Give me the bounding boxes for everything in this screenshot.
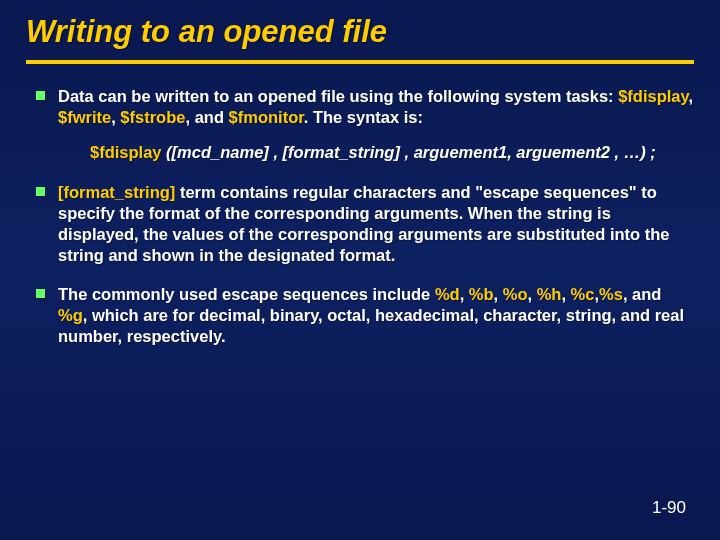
body-text: , — [494, 285, 503, 303]
body-text: The commonly used escape sequences inclu… — [58, 285, 435, 303]
escape-seq: %d — [435, 285, 460, 303]
body-text: , — [689, 87, 694, 105]
escape-seq: %c — [571, 285, 595, 303]
body-text: . The syntax is: — [304, 108, 423, 126]
slide-number: 1-90 — [652, 498, 686, 518]
escape-seq: %h — [537, 285, 562, 303]
task-name: $fmonitor — [229, 108, 304, 126]
bullet-item: [format_string] term contains regular ch… — [32, 182, 694, 266]
body-text: , — [561, 285, 570, 303]
bullet-list: Data can be written to an opened file us… — [26, 86, 694, 347]
slide-title: Writing to an opened file — [26, 14, 694, 50]
syntax-args: ([mcd_name] , [format_string] , arguemen… — [162, 143, 656, 161]
slide: Writing to an opened file Data can be wr… — [0, 0, 720, 540]
syntax-keyword: $fdisplay — [90, 143, 162, 161]
format-string-term: [format_string] — [58, 183, 175, 201]
body-text: , — [460, 285, 469, 303]
escape-seq: %b — [469, 285, 494, 303]
escape-seq: %o — [503, 285, 528, 303]
body-text: Data can be written to an opened file us… — [58, 87, 618, 105]
body-text: , — [527, 285, 536, 303]
syntax-line: $fdisplay ([mcd_name] , [format_string] … — [90, 142, 694, 163]
body-text: , and — [185, 108, 228, 126]
bullet-item: The commonly used escape sequences inclu… — [32, 284, 694, 347]
body-text: , — [111, 108, 120, 126]
escape-seq: %s — [599, 285, 623, 303]
body-text: , and — [623, 285, 662, 303]
task-name: $fdisplay — [618, 87, 688, 105]
task-name: $fstrobe — [120, 108, 185, 126]
body-text: , which are for decimal, binary, octal, … — [58, 306, 684, 345]
bullet-item: Data can be written to an opened file us… — [32, 86, 694, 164]
task-name: $fwrite — [58, 108, 111, 126]
escape-seq: %g — [58, 306, 83, 324]
title-underline — [26, 60, 694, 64]
